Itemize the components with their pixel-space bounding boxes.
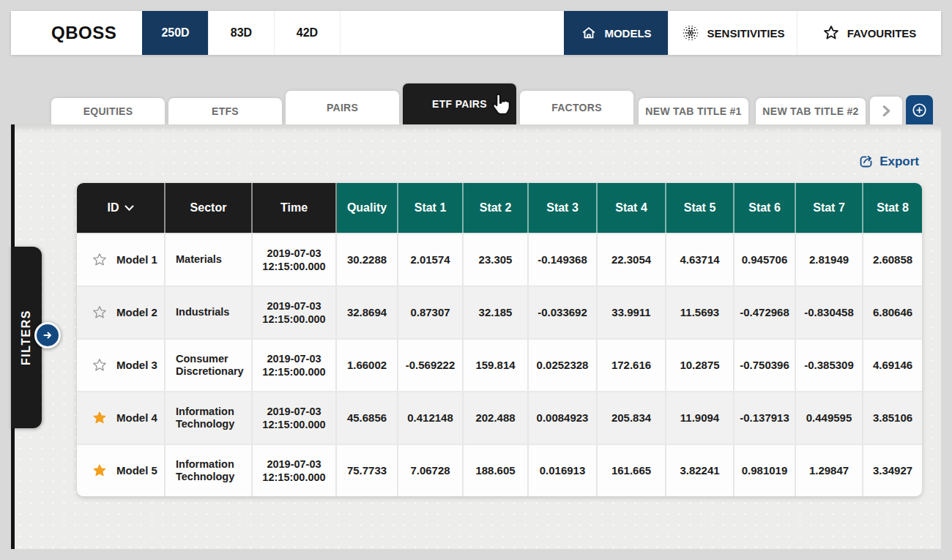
model-tab-new-tab-title-2[interactable]: NEW TAB TITLE #2	[756, 98, 866, 124]
nav-item-favourites[interactable]: FAVOURITES	[797, 11, 941, 55]
column-header-stat-1[interactable]: Stat 1	[398, 183, 464, 233]
nav-item-models[interactable]: MODELS	[564, 11, 668, 55]
stat-cell-stat-6: 0.981019	[735, 445, 796, 496]
add-tab-button[interactable]	[906, 95, 933, 124]
favourite-star-filled-icon[interactable]	[92, 463, 108, 479]
table-row-model-1[interactable]: Model 1Materials2019-07-03 12:15:00.0003…	[77, 233, 922, 285]
table-row-model-4[interactable]: Model 4Information Technology2019-07-03 …	[77, 391, 922, 444]
column-header-stat-3[interactable]: Stat 3	[529, 183, 598, 233]
stat-cell-stat-2: 159.814	[464, 340, 529, 391]
export-icon	[858, 154, 874, 169]
column-header-label: Stat 6	[748, 201, 781, 214]
stat-cell-stat-4: 172.616	[598, 340, 666, 391]
model-tab-factors[interactable]: FACTORS	[520, 91, 633, 124]
tab-scroll-right-button[interactable]	[870, 97, 902, 124]
period-tab-250d[interactable]: 250D	[142, 11, 208, 55]
star-icon	[822, 24, 840, 42]
favourite-star-outline-icon[interactable]	[92, 252, 108, 268]
brand-logo: QBOSS	[11, 11, 142, 55]
column-header-label: Stat 5	[684, 201, 716, 214]
model-tab-equities[interactable]: EQUITIES	[51, 98, 165, 124]
stat-cell-quality: 75.7733	[337, 445, 398, 496]
stat-cell-stat-4: 33.9911	[598, 287, 666, 338]
model-id-cell: Model 3	[77, 340, 166, 391]
export-button[interactable]: Export	[858, 154, 919, 169]
table-header-row: IDSectorTimeQualityStat 1Stat 2Stat 3Sta…	[77, 183, 922, 233]
stat-cell-stat-2: 202.488	[464, 392, 529, 444]
column-header-stat-7[interactable]: Stat 7	[796, 183, 863, 233]
favourite-star-outline-icon[interactable]	[92, 305, 108, 321]
column-header-stat-5[interactable]: Stat 5	[666, 183, 735, 233]
stat-cell-stat-6: -0.137913	[735, 392, 796, 444]
chevron-right-icon	[880, 105, 893, 117]
stat-cell-stat-7: 1.29847	[796, 445, 863, 496]
column-header-stat-6[interactable]: Stat 6	[735, 183, 796, 233]
column-header-label: Stat 3	[546, 201, 579, 214]
models-table: IDSectorTimeQualityStat 1Stat 2Stat 3Sta…	[77, 183, 922, 496]
sector-cell: Information Technology	[166, 445, 253, 496]
favourite-star-filled-icon[interactable]	[92, 410, 108, 426]
column-header-label: ID	[108, 201, 119, 214]
stat-cell-stat-8: 4.69146	[863, 340, 922, 391]
period-tab-42d[interactable]: 42D	[274, 11, 341, 55]
column-header-quality[interactable]: Quality	[337, 183, 398, 233]
column-header-time[interactable]: Time	[253, 183, 337, 233]
stat-cell-stat-2: 32.185	[464, 287, 529, 338]
stat-cell-stat-1: 2.01574	[398, 234, 464, 285]
stat-cell-stat-3: 0.0252328	[529, 340, 598, 391]
model-tab-etf-pairs[interactable]: ETF PAIRS	[403, 83, 516, 124]
stat-cell-stat-3: -0.149368	[529, 234, 598, 285]
model-tab-row: EQUITIESETFSPAIRSETF PAIRSFACTORSNEW TAB…	[11, 55, 941, 124]
favourite-star-outline-icon[interactable]	[92, 357, 108, 373]
stat-cell-stat-3: 0.0084923	[529, 392, 598, 444]
model-tab-new-tab-title-1[interactable]: NEW TAB TITLE #1	[639, 98, 748, 124]
plus-circle-icon	[911, 102, 928, 119]
model-id-cell: Model 1	[77, 234, 166, 285]
model-tab-etfs[interactable]: ETFS	[168, 98, 282, 124]
content-area: FILTERS Export IDSectorTimeQualityStat 1…	[11, 124, 941, 549]
filters-label: FILTERS	[20, 310, 33, 365]
column-header-stat-4[interactable]: Stat 4	[598, 183, 666, 233]
stat-cell-stat-8: 2.60858	[863, 234, 922, 285]
stat-cell-stat-5: 10.2875	[666, 340, 735, 391]
stat-cell-quality: 30.2288	[337, 234, 398, 285]
stat-cell-stat-2: 23.305	[464, 234, 529, 285]
sector-cell: Materials	[166, 234, 253, 285]
stat-cell-stat-1: 0.87307	[398, 287, 464, 338]
stat-cell-stat-8: 3.85106	[863, 392, 922, 444]
time-cell: 2019-07-03 12:15:00.000	[253, 287, 337, 338]
column-header-label: Stat 8	[877, 201, 909, 214]
arrow-right-icon	[42, 329, 53, 341]
nav-item-sensitivities[interactable]: SENSITIVITIES	[668, 11, 797, 55]
sector-cell: Consumer Discretionary	[166, 340, 253, 391]
stat-cell-stat-6: -0.472968	[735, 287, 796, 338]
stat-cell-stat-5: 3.82241	[666, 445, 735, 496]
column-header-stat-2[interactable]: Stat 2	[464, 183, 529, 233]
time-cell: 2019-07-03 12:15:00.000	[253, 340, 337, 391]
column-header-label: Stat 7	[813, 201, 845, 214]
stat-cell-stat-4: 205.834	[598, 392, 666, 444]
stat-cell-stat-3: -0.033692	[529, 287, 598, 338]
table-row-model-3[interactable]: Model 3Consumer Discretionary2019-07-03 …	[77, 338, 922, 391]
stat-cell-stat-6: -0.750396	[735, 340, 796, 391]
column-header-stat-8[interactable]: Stat 8	[863, 183, 922, 233]
column-header-id[interactable]: ID	[77, 183, 166, 233]
chevron-down-icon	[124, 205, 134, 212]
model-id-cell: Model 5	[77, 445, 166, 496]
filters-expand-button[interactable]	[34, 322, 61, 348]
model-id-label: Model 5	[116, 464, 157, 478]
column-header-sector[interactable]: Sector	[166, 183, 253, 233]
model-tab-pairs[interactable]: PAIRS	[286, 91, 399, 124]
stat-cell-stat-7: -0.830458	[796, 287, 863, 338]
period-tab-83d[interactable]: 83D	[208, 11, 274, 55]
stat-cell-quality: 45.6856	[337, 392, 398, 444]
stat-cell-stat-1: 7.06728	[398, 445, 464, 496]
column-header-label: Sector	[190, 201, 227, 214]
table-row-model-2[interactable]: Model 2Industrials2019-07-03 12:15:00.00…	[77, 285, 922, 338]
column-header-label: Stat 1	[414, 201, 447, 214]
table-row-model-5[interactable]: Model 5Information Technology2019-07-03 …	[77, 444, 922, 496]
stat-cell-stat-5: 4.63714	[666, 234, 735, 285]
stat-cell-stat-7: 0.449595	[796, 392, 863, 444]
stat-cell-stat-8: 3.34927	[863, 445, 922, 496]
stat-cell-stat-7: 2.81949	[796, 234, 863, 285]
